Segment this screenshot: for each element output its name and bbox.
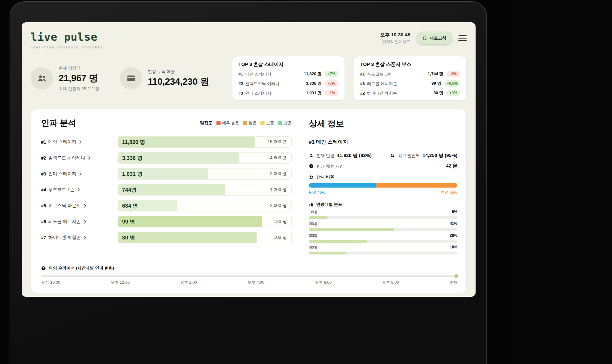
- chevron-right-icon: [77, 188, 80, 192]
- tick-label: 오후 8:00: [382, 280, 399, 285]
- tick-label: 오후 12:00: [111, 280, 130, 285]
- booth-name: 푸드코트 1존: [367, 72, 391, 76]
- crowd-row-foodcourt[interactable]: #4푸드코트 1존 744명1,200 명: [41, 182, 292, 198]
- crowd-row-main-stage[interactable]: #1메인 스테이지 11,820 명15,000 명: [41, 134, 292, 150]
- female-segment: [376, 183, 457, 188]
- crowd-row-heineken-zone[interactable]: #7하이네켄 체험존 80 명100 명: [41, 230, 292, 246]
- crowd-rows: #1메인 스테이지 11,820 명15,000 명 #2일렉트로닉 아레나 3…: [41, 134, 292, 246]
- revenue-label: 현장 누적 매출: [148, 69, 209, 75]
- app-logo: live pulse: [31, 31, 103, 43]
- time-slider-handle[interactable]: [455, 275, 458, 278]
- time-slider-section: 타임 슬라이더 (시간대별 인파 변화) 오전 10:00 오후 12:00 오…: [41, 265, 457, 285]
- detail-title: 상세 정보: [309, 118, 457, 129]
- age-row-40s: 40대18%: [309, 245, 457, 254]
- occupancy-bar: 3,336 명4,800 명: [118, 152, 292, 164]
- revenue-stat: 현장 누적 매출 110,234,230 원: [120, 67, 209, 89]
- header-right: 오후 10:30:45 마지막 업데이트 새로고침: [380, 32, 467, 45]
- visitors-stat: 현재 입장객 21,967 명 최대 입장객 25,211 명: [31, 65, 99, 92]
- booth-count: 80 명: [433, 90, 443, 96]
- refresh-button[interactable]: 새로고침: [417, 32, 452, 45]
- legend-item: 매우 높음: [216, 120, 239, 126]
- tick-label: 현재: [449, 280, 457, 285]
- time-slider-track[interactable]: [41, 275, 457, 277]
- visitors-text: 현재 입장객 21,967 명 최대 입장객 25,211 명: [59, 65, 99, 92]
- age-row-20s: 20대41%: [309, 221, 457, 231]
- stage-count: 11,820 명: [304, 71, 322, 77]
- top-stage-row: #3인디 스테이지 1,031 명-2%: [238, 90, 339, 96]
- female-label: 여성 55%: [441, 190, 457, 195]
- top-booth-row: #2하이네켄 체험존 80 명+3%: [360, 90, 460, 96]
- top-stages-title: TOP 3 혼잡 스테이지: [238, 61, 339, 68]
- legend-swatch: [243, 121, 247, 125]
- last-update-label: 마지막 업데이트: [380, 39, 410, 45]
- people-icon: [31, 67, 53, 89]
- chevron-right-icon: [84, 236, 86, 239]
- current-count: 현재 인원 11,820 명 (83%): [309, 153, 372, 159]
- legend-item: 높음: [243, 120, 257, 126]
- trend-badge: +3%: [446, 90, 460, 96]
- stage-count: 3,336 명: [306, 81, 322, 86]
- male-label: 남성 45%: [309, 190, 325, 195]
- visitors-label: 현재 입장객: [59, 65, 99, 71]
- gender-ratio-bar: [309, 183, 457, 188]
- legend-item: 낮음: [278, 120, 292, 126]
- top-booth-row: #3레드불 에너지존 99 명+0.8%: [360, 80, 460, 87]
- revenue-text: 현장 누적 매출 110,234,230 원: [148, 69, 209, 88]
- tick-label: 오후 2:00: [180, 280, 197, 285]
- peak-density: 최고 밀집도 14,250 명 (95%): [390, 153, 457, 159]
- legend-swatch: [216, 121, 221, 125]
- chevron-right-icon: [84, 220, 86, 224]
- tick-label: 오후 6:00: [315, 280, 332, 285]
- occupancy-bar: 99 명120 명: [118, 216, 292, 227]
- menu-icon[interactable]: [458, 34, 467, 42]
- refresh-icon: [422, 36, 427, 41]
- stage-name: 일렉트로닉 아레나: [245, 81, 280, 86]
- legend-item: 보통: [260, 120, 274, 126]
- chevron-right-icon: [84, 204, 86, 208]
- person-icon: [309, 153, 314, 158]
- stage-name: 메인 스테이지: [245, 72, 271, 76]
- trend-badge: -3%: [446, 71, 460, 77]
- rank: #3: [238, 91, 243, 96]
- bar-chart-icon: [309, 202, 314, 207]
- occupancy-bar: 1,031 명2,000 명: [118, 168, 292, 180]
- app-tagline: Real-time audience insights: [31, 46, 103, 49]
- density-legend: 밀집도 매우 높음 높음 보통 낮음: [200, 120, 292, 126]
- dashboard-screen: live pulse Real-time audience insights 오…: [22, 22, 476, 297]
- gender-ratio-label: 남녀 비율: [309, 174, 457, 180]
- legend-swatch: [260, 121, 265, 125]
- booth-name: 하이네켄 체험존: [367, 91, 397, 96]
- chevron-right-icon: [79, 140, 82, 144]
- avg-stay-value: 42 분: [446, 163, 457, 169]
- rank: #1: [360, 72, 365, 76]
- crowd-row-indie-stage[interactable]: #3인디 스테이지 1,031 명2,000 명: [41, 166, 292, 182]
- trend-badge: -2%: [324, 90, 339, 96]
- occupancy-bar: 684 명2,000 명: [118, 200, 292, 211]
- top-cards: TOP 3 혼잡 스테이지 #1메인 스테이지 11,820 명+7% #2일렉…: [232, 56, 467, 101]
- crowd-row-electronic-arena[interactable]: #2일렉트로닉 아레나 3,336 명4,800 명: [41, 150, 292, 166]
- crowd-row-acoustic-lounge[interactable]: #5어쿠스틱 라운지 684 명2,000 명: [41, 198, 292, 214]
- current-time: 오후 10:30:45: [380, 32, 410, 38]
- stage-count: 1,031 명: [306, 90, 322, 96]
- clock-icon: [41, 266, 46, 271]
- top-booth-row: #1푸드코트 1존 1,744 명-3%: [360, 71, 460, 77]
- age-bar-fill: [309, 216, 328, 219]
- crowd-row-redbull-zone[interactable]: #6레드불 에너지존 99 명120 명: [41, 214, 292, 230]
- tick-label: 오후 4:00: [247, 280, 264, 285]
- crowd-analysis-panel: 인파 분석 밀집도 매우 높음 높음 보통 낮음 #1메인 스테이지 11,82…: [41, 118, 292, 254]
- trend-badge: +7%: [324, 71, 339, 77]
- revenue-value: 110,234,230 원: [148, 75, 209, 88]
- clock-block: 오후 10:30:45 마지막 업데이트: [380, 32, 410, 45]
- clock-icon: [309, 164, 314, 168]
- occupancy-bar: 80 명100 명: [118, 232, 292, 243]
- male-segment: [309, 183, 376, 188]
- top-booths-title: TOP 3 혼잡 스폰서 부스: [360, 61, 460, 68]
- occupancy-fill: [118, 232, 257, 243]
- age-row-10s: 10대9%: [309, 210, 457, 219]
- visitors-value: 21,967 명: [59, 72, 99, 85]
- card-icon: [120, 67, 142, 89]
- detail-panel: 상세 정보 #1 메인 스테이지 현재 인원 11,820 명 (83%) 최고…: [309, 118, 457, 254]
- booth-count: 99 명: [432, 81, 441, 86]
- age-row-30s: 30대28%: [309, 233, 457, 243]
- rank: #3: [360, 81, 365, 86]
